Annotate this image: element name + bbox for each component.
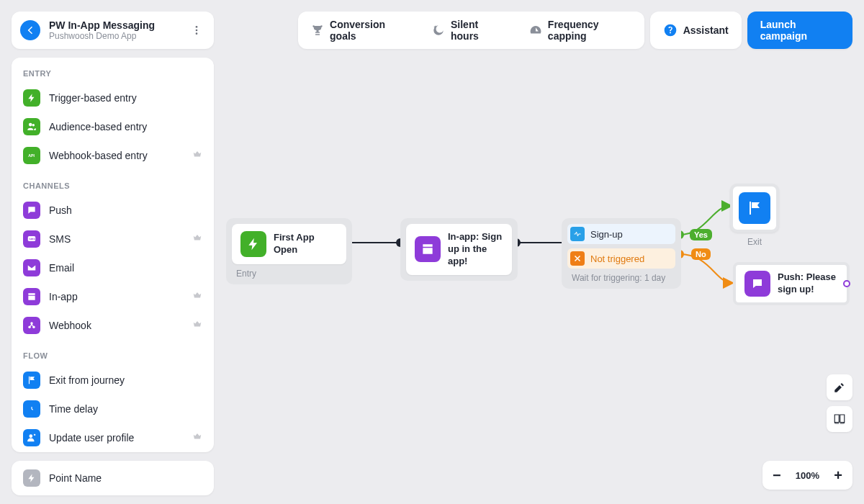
pencil-list-icon xyxy=(833,381,846,394)
bolt-icon xyxy=(240,231,266,257)
branch-caption: Wait for triggering: 1 day xyxy=(567,273,675,283)
inapp-node[interactable]: In-app: Sign up in the app! xyxy=(400,218,518,281)
branch-yes-row[interactable]: Sign-up xyxy=(567,224,675,244)
zoom-value: 100% xyxy=(791,470,824,481)
edit-tool-button[interactable] xyxy=(827,374,852,400)
exit-node[interactable]: Exit xyxy=(730,184,779,247)
chat-icon xyxy=(744,271,770,297)
docs-tool-button[interactable] xyxy=(827,406,852,432)
book-icon xyxy=(833,413,846,426)
flag-icon xyxy=(739,192,770,224)
inapp-node-label: In-app: Sign up in the app! xyxy=(448,231,503,268)
pulse-icon xyxy=(570,227,585,241)
zoom-control: − 100% + xyxy=(762,461,852,490)
exit-label: Exit xyxy=(730,237,779,247)
branch-no-row[interactable]: Not triggered xyxy=(567,248,675,269)
canvas-tools xyxy=(827,374,852,432)
journey-canvas[interactable]: First App Open Entry In-app: Sign up in … xyxy=(0,0,864,504)
push-node-label: Push: Please sign up! xyxy=(778,271,838,296)
push-node-output-port[interactable] xyxy=(843,280,850,287)
branch-no-chip: No xyxy=(691,248,711,260)
entry-caption: Entry xyxy=(232,269,346,279)
entry-node-label: First App Open xyxy=(274,232,338,256)
zoom-in-button[interactable]: + xyxy=(824,461,852,490)
push-node[interactable]: Push: Please sign up! xyxy=(733,262,850,305)
branch-no-label: Not triggered xyxy=(590,253,644,264)
entry-node[interactable]: First App Open Entry xyxy=(226,218,352,284)
inapp-icon xyxy=(415,236,441,262)
branch-yes-label: Sign-up xyxy=(590,229,623,240)
close-icon xyxy=(570,251,585,266)
branch-node[interactable]: Sign-up Not triggered Wait for triggerin… xyxy=(562,218,681,289)
branch-yes-chip: Yes xyxy=(690,229,712,240)
zoom-out-button[interactable]: − xyxy=(762,461,791,490)
